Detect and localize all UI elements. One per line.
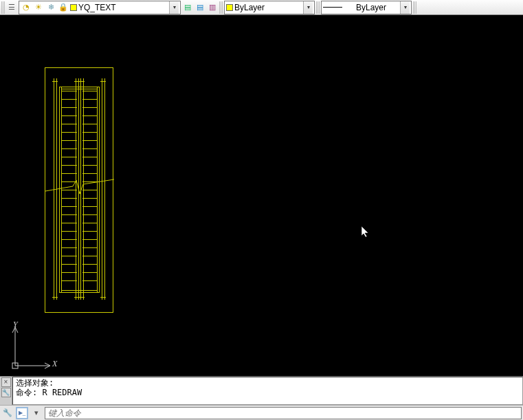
color-swatch: [226, 4, 233, 11]
layer-name-label: YQ_TEXT: [78, 3, 168, 12]
sheet-icon-2[interactable]: ▤: [194, 2, 205, 13]
vert-bar-cap-1t: [52, 81, 58, 82]
ucs-y-label: Y: [13, 320, 18, 330]
ucs-x-label: X: [52, 359, 57, 369]
command-history-panel: × 🔧 选择对象: 命令: R REDRAW: [0, 376, 523, 405]
sheet-icon-1[interactable]: ▤: [182, 2, 193, 13]
drawing-canvas[interactable]: Y X: [0, 15, 523, 376]
sheet-icon-3[interactable]: ▥: [207, 2, 218, 13]
freeze-icon: ❄: [45, 2, 56, 13]
col-bot: [59, 292, 100, 293]
lock-icon: 🔒: [58, 2, 69, 13]
grip-1[interactable]: [1, 1, 5, 14]
wrench-icon[interactable]: 🔧: [1, 407, 14, 419]
top-toolbar: ☰ ◔ ☀ ❄ 🔒 YQ_TEXT ▾ ▤ ▤ ▥ ByLayer ▾ ByLa…: [0, 0, 523, 15]
col-top2: [61, 89, 98, 89]
col-bot2: [61, 290, 98, 291]
layer-dropdown[interactable]: ◔ ☀ ❄ 🔒 YQ_TEXT ▾: [19, 1, 181, 14]
cmd-log-line1: 选择对象:: [16, 378, 54, 388]
vert-bar-cap-3t: [79, 81, 85, 82]
history-dropdown-icon[interactable]: ▾: [30, 407, 43, 419]
grip-4[interactable]: [413, 1, 416, 14]
chevron-down-icon[interactable]: ▾: [400, 1, 410, 14]
command-input[interactable]: [45, 407, 522, 419]
linetype-dropdown[interactable]: ByLayer ▾: [321, 1, 412, 14]
col-top: [59, 87, 100, 87]
linetype-label: ByLayer: [344, 3, 399, 12]
command-log[interactable]: 选择对象: 命令: R REDRAW: [12, 377, 523, 405]
lightbulb-icon: ◔: [21, 2, 32, 13]
layers-tree-icon[interactable]: ☰: [6, 2, 17, 13]
vert-bar-cap-4t: [100, 81, 106, 82]
break-line: [45, 177, 114, 198]
svg-marker-3: [361, 226, 368, 237]
grip-2[interactable]: [219, 1, 223, 14]
vert-bar-cap-3b: [79, 297, 85, 298]
chevron-down-icon[interactable]: ▾: [303, 1, 313, 14]
wrench-icon[interactable]: 🔧: [1, 388, 11, 397]
chevron-down-icon[interactable]: ▾: [169, 1, 179, 14]
color-dropdown[interactable]: ByLayer ▾: [224, 1, 315, 14]
cmd-log-line2: 命令: R REDRAW: [16, 388, 82, 397]
sun-icon: ☀: [33, 2, 44, 13]
cursor-icon: [361, 225, 370, 238]
color-label: ByLayer: [234, 3, 302, 12]
vert-bar-cap-4b: [100, 297, 106, 298]
command-panel-tools: × 🔧: [0, 377, 12, 405]
vert-bar-cap-1b: [52, 297, 58, 298]
linetype-preview: [323, 7, 342, 8]
grip-3[interactable]: [316, 1, 320, 14]
command-input-row: 🔧 ▶_ ▾: [0, 405, 523, 420]
close-icon[interactable]: ×: [1, 377, 11, 387]
terminal-icon[interactable]: ▶_: [16, 407, 28, 419]
layer-color-swatch: [70, 4, 77, 11]
